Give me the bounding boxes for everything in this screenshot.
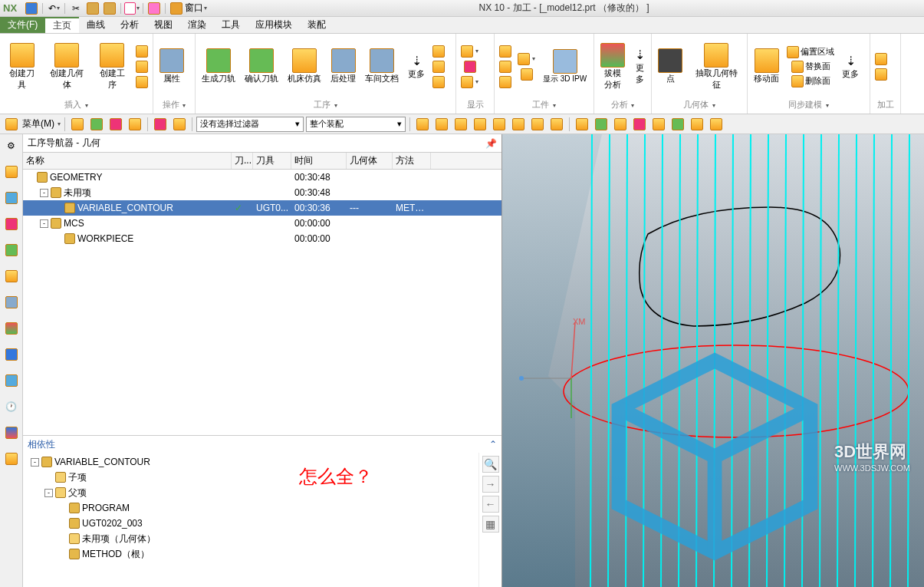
col-method[interactable]: 方法 <box>393 153 431 169</box>
proc-sm-2[interactable] <box>431 60 446 74</box>
part-sm-3[interactable] <box>498 75 513 89</box>
insert-sm-1[interactable] <box>134 45 150 58</box>
filter-combo[interactable]: 没有选择过滤器▾ <box>196 117 304 132</box>
tb-icon-11[interactable] <box>491 116 508 133</box>
tb-icon-14[interactable] <box>548 116 565 133</box>
tb-icon-18[interactable] <box>631 116 648 133</box>
menu-curve[interactable]: 曲线 <box>79 17 113 33</box>
res-icon-3[interactable] <box>3 190 20 206</box>
tb-icon-16[interactable] <box>593 116 610 133</box>
process-more-button[interactable]: ⇣更多 <box>405 52 428 81</box>
col-geom[interactable]: 几何体 <box>347 153 393 169</box>
disp-sm-2[interactable] <box>459 60 480 74</box>
menu-home[interactable]: 主页 <box>45 17 79 33</box>
res-icon-7[interactable] <box>3 294 20 311</box>
gear-icon[interactable]: ⚙ <box>3 137 20 154</box>
draft-analysis-button[interactable]: 拔模分析 <box>597 41 628 92</box>
create-geom-button[interactable]: 创建几何体 <box>44 41 90 92</box>
insert-sm-2[interactable] <box>134 60 150 74</box>
res-icon-6[interactable] <box>3 268 20 285</box>
menu-render[interactable]: 渲染 <box>180 17 214 33</box>
shopdoc-button[interactable]: 车间文档 <box>362 47 402 86</box>
create-op-button[interactable]: 创建工序 <box>93 41 131 92</box>
menu-button[interactable] <box>3 116 20 133</box>
part-sm-5[interactable] <box>516 68 537 81</box>
menu-button-label[interactable]: 菜单(M) <box>22 117 54 130</box>
menu-view[interactable]: 视图 <box>146 17 180 33</box>
tb-icon-1[interactable] <box>69 116 86 133</box>
save-icon[interactable] <box>24 2 39 15</box>
show-ipw-button[interactable]: 显示 3D IPW <box>540 48 590 86</box>
window-icon[interactable] <box>169 2 184 15</box>
tb-icon-9[interactable] <box>452 116 469 133</box>
disp-sm-1[interactable]: ▾ <box>459 45 480 58</box>
tb-icon-2[interactable] <box>88 116 105 133</box>
expander-icon[interactable]: - <box>44 489 53 497</box>
arrow-left-icon[interactable]: ← <box>482 496 499 513</box>
tree-row[interactable]: GEOMETRY00:30:48 <box>23 170 501 185</box>
clock-icon[interactable]: 🕐 <box>3 398 20 415</box>
grid-icon[interactable]: ▾ <box>124 2 140 15</box>
tb-icon-13[interactable] <box>529 116 546 133</box>
extract-geom-button[interactable]: 抽取几何特征 <box>689 41 744 92</box>
menu-tool[interactable]: 工具 <box>214 17 248 33</box>
col-k[interactable]: 刀... <box>232 153 253 169</box>
mach-sm-1[interactable] <box>873 52 889 66</box>
tb-icon-22[interactable] <box>708 116 725 133</box>
part-sm-1[interactable] <box>498 45 513 58</box>
res-icon-5[interactable] <box>3 242 20 259</box>
mach-sm-2[interactable] <box>873 68 889 81</box>
eraser-icon[interactable] <box>146 2 162 15</box>
res-icon-4[interactable] <box>3 216 20 232</box>
part-sm-2[interactable] <box>498 60 513 74</box>
tb-icon-4[interactable] <box>127 116 143 133</box>
dep-row[interactable]: PROGRAM <box>23 500 478 516</box>
chevron-up-icon[interactable]: ⌃ <box>489 439 497 450</box>
cut-icon[interactable]: ✂ <box>68 2 84 15</box>
paste-icon[interactable] <box>102 2 117 15</box>
res-icon-13[interactable] <box>3 450 20 467</box>
part-sm-4[interactable]: ▾ <box>516 52 537 66</box>
offset-region-button[interactable]: 偏置区域 <box>785 45 836 59</box>
attr-button[interactable]: 属性 <box>156 47 187 86</box>
res-icon-8[interactable] <box>3 320 20 337</box>
delete-face-button[interactable]: 删除面 <box>785 74 836 88</box>
expander-icon[interactable]: - <box>40 219 48 228</box>
tb-icon-15[interactable] <box>574 116 590 133</box>
dep-row[interactable]: UGT0202_003 <box>23 516 478 531</box>
tb-icon-7[interactable] <box>414 116 431 133</box>
grid-icon[interactable]: ▦ <box>482 516 499 533</box>
assembly-combo[interactable]: 整个装配▾ <box>306 117 406 132</box>
tb-icon-17[interactable] <box>612 116 629 133</box>
dependency-tree[interactable]: -VARIABLE_CONTOUR子项-父项PROGRAMUGT0202_003… <box>23 453 478 587</box>
tb-icon-8[interactable] <box>433 116 450 133</box>
dep-row[interactable]: -VARIABLE_CONTOUR <box>23 454 478 470</box>
dep-row[interactable]: 未用项（几何体） <box>23 531 478 546</box>
3d-viewport[interactable]: XM 3D世界网WWW.3DSJW.COM <box>502 134 924 587</box>
col-tool[interactable]: 刀具 <box>253 153 291 169</box>
tb-icon-20[interactable] <box>669 116 686 133</box>
search-icon[interactable]: 🔍 <box>482 456 499 473</box>
res-icon-12[interactable] <box>3 424 20 441</box>
proc-sm-3[interactable] <box>431 75 446 89</box>
tb-icon-3[interactable] <box>107 116 124 133</box>
tree-row[interactable]: VARIABLE_CONTOUR✓UGT0...00:30:36---METH.… <box>23 200 501 216</box>
menu-analysis[interactable]: 分析 <box>113 17 146 33</box>
menu-assembly[interactable]: 装配 <box>300 17 334 33</box>
window-menu-label[interactable]: 窗口 <box>185 2 203 15</box>
dep-row[interactable]: METHOD（根） <box>23 546 478 562</box>
disp-sm-3[interactable]: ▾ <box>459 75 480 89</box>
res-icon-10[interactable] <box>3 372 20 389</box>
tree-body[interactable]: GEOMETRY00:30:48-未用项00:30:48VARIABLE_CON… <box>23 170 501 435</box>
point-button[interactable]: 点 <box>655 47 686 86</box>
dep-row[interactable]: -父项 <box>23 485 478 500</box>
dep-row[interactable]: 子项 <box>23 470 478 485</box>
res-icon-2[interactable] <box>3 163 20 180</box>
dependency-header[interactable]: 相依性 ⌃ <box>23 436 501 453</box>
arrow-right-icon[interactable]: → <box>482 476 499 493</box>
postprocess-button[interactable]: 后处理 <box>327 47 359 86</box>
proc-sm-1[interactable] <box>431 45 446 58</box>
copy-icon[interactable] <box>85 2 100 15</box>
confirm-toolpath-button[interactable]: 确认刀轨 <box>242 47 281 86</box>
machine-sim-button[interactable]: 机床仿真 <box>284 47 324 86</box>
